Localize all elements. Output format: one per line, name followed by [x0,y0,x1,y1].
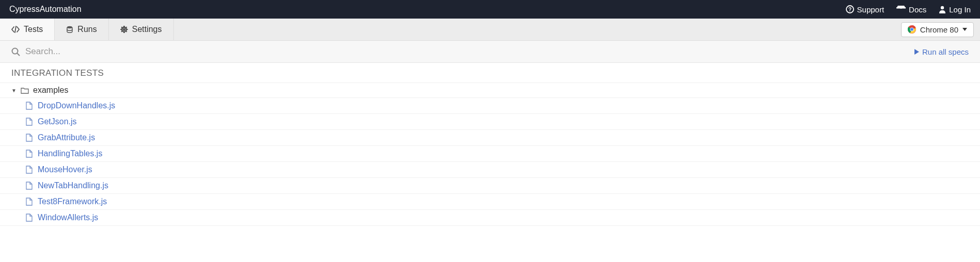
database-icon [66,26,73,33]
tab-bar: Tests Runs Settings Chrome 80 [0,19,980,41]
tab-tests[interactable]: Tests [0,19,55,40]
chrome-icon [908,25,916,34]
spec-file[interactable]: HandlingTables.js [0,146,980,162]
app-header: CypressAutomation ? Support Docs Log In [0,0,980,19]
file-icon [26,166,33,174]
svg-text:?: ? [848,7,851,12]
caret-down-icon [962,28,967,31]
tab-runs-label: Runs [77,25,97,34]
project-title: CypressAutomation [9,5,82,14]
file-name: DropDownHandles.js [38,101,115,110]
tab-tests-label: Tests [24,25,43,34]
file-name: GrabAttribute.js [38,133,95,142]
search-bar: Run all specs [0,41,980,63]
file-icon [26,198,33,206]
section-header: INTEGRATION TESTS [0,63,980,83]
spec-file[interactable]: NewTabHandling.js [0,178,980,194]
spec-file[interactable]: Test8Framework.js [0,194,980,210]
run-all-specs[interactable]: Run all specs [914,47,969,56]
spec-file[interactable]: DropDownHandles.js [0,98,980,114]
svg-line-10 [17,53,20,56]
spec-file[interactable]: GetJson.js [0,114,980,130]
gear-icon [120,26,128,34]
support-label: Support [857,5,885,14]
file-icon [26,118,33,126]
svg-rect-3 [900,8,902,9]
spec-file[interactable]: WindowAllerts.js [0,210,980,226]
tab-runs[interactable]: Runs [55,19,108,40]
login-link[interactable]: Log In [939,5,971,14]
file-name: GetJson.js [38,117,77,126]
play-icon [914,49,919,55]
file-icon [26,102,33,110]
search-wrap [11,46,914,57]
folder-examples[interactable]: ▼ examples [0,83,980,98]
header-links: ? Support Docs Log In [846,5,971,14]
file-name: WindowAllerts.js [38,213,98,222]
support-icon: ? [846,5,854,13]
file-name: HandlingTables.js [38,149,102,158]
browser-selector[interactable]: Chrome 80 [901,22,974,37]
docs-label: Docs [909,5,926,14]
caret-down-icon: ▼ [11,88,17,93]
file-name: Test8Framework.js [38,197,107,206]
user-icon [939,5,946,13]
svg-point-8 [910,28,913,31]
search-input[interactable] [25,46,914,57]
svg-point-4 [941,6,944,9]
spec-file[interactable]: MouseHover.js [0,162,980,178]
folder-icon [21,87,29,94]
folder-name: examples [33,86,68,95]
search-icon [11,47,20,56]
spec-file[interactable]: GrabAttribute.js [0,130,980,146]
file-list: DropDownHandles.jsGetJson.jsGrabAttribut… [0,98,980,226]
spec-tree: ▼ examples DropDownHandles.jsGetJson.jsG… [0,83,980,226]
file-icon [26,134,33,142]
svg-point-9 [12,48,18,54]
tab-settings-label: Settings [132,25,162,34]
browser-label: Chrome 80 [920,25,958,34]
svg-point-5 [67,26,72,28]
docs-icon [896,6,906,13]
file-icon [26,182,33,190]
docs-link[interactable]: Docs [896,5,926,14]
file-icon [26,150,33,158]
tab-settings[interactable]: Settings [109,19,174,40]
login-label: Log In [949,5,971,14]
browser-selector-wrap: Chrome 80 [895,19,980,40]
support-link[interactable]: ? Support [846,5,885,14]
code-icon [11,26,20,33]
file-name: MouseHover.js [38,165,92,174]
tab-list: Tests Runs Settings [0,19,174,40]
run-all-label: Run all specs [922,47,969,56]
file-name: NewTabHandling.js [38,181,108,190]
file-icon [26,214,33,222]
